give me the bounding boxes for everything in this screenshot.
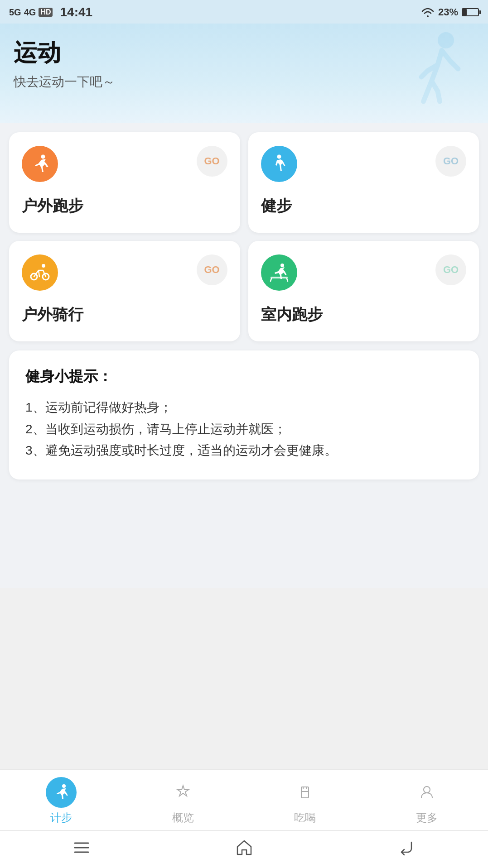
food-icon [296,783,314,801]
tab-items: 计步 概览 吃喝 [0,770,488,830]
running-icon [29,153,50,174]
activity-card-indoor-run[interactable]: GO 室内跑步 [248,241,479,341]
svg-point-1 [41,155,45,159]
nav-menu[interactable] [70,836,93,859]
activity-name-run: 户外跑步 [22,196,227,216]
svg-point-13 [424,786,430,793]
signal-hd: HD [39,8,53,17]
status-signal: 5G 4G HD 14:41 [9,5,92,19]
activity-card-cycling[interactable]: GO 户外骑行 [9,241,240,341]
cycling-icon-circle [22,254,58,291]
card-top-indoor: GO [261,254,467,291]
pedometer-icon-wrap [46,777,77,808]
overview-icon [174,783,192,801]
tab-food[interactable]: 吃喝 [278,777,332,825]
go-button-cycling[interactable]: GO [197,254,227,285]
tip-card: 健身小提示： 1、运动前记得做好热身； 2、当收到运动损伤，请马上停止运动并就医… [9,350,479,480]
nav-back[interactable] [396,836,418,859]
wifi-icon [421,7,435,17]
overview-icon-wrap [168,777,198,808]
walking-icon [269,153,290,174]
tip-line-3: 3、避免运动强度或时长过度，适当的运动才会更健康。 [25,440,463,461]
more-icon [418,783,436,801]
nav-bar [0,830,488,868]
svg-point-2 [277,155,281,159]
svg-point-10 [62,784,66,788]
walk-icon-circle [261,146,297,182]
nav-home[interactable] [233,836,256,859]
home-icon [235,839,253,857]
activity-name-indoor-run: 室内跑步 [261,304,467,325]
tip-body: 1、运动前记得做好热身； 2、当收到运动损伤，请马上停止运动并就医； 3、避免运… [25,397,463,461]
activity-card-outdoor-run[interactable]: GO 户外跑步 [9,132,240,233]
svg-point-3 [42,264,45,268]
activity-grid: GO 户外跑步 GO 健步 [9,132,479,341]
battery-percent: 23% [438,6,458,18]
tip-title: 健身小提示： [25,367,463,387]
svg-line-9 [287,278,288,281]
signal-5g: 5G [9,7,21,18]
go-button-indoor-run[interactable]: GO [435,254,466,285]
tab-pedometer[interactable]: 计步 [34,777,88,825]
svg-point-6 [280,264,284,267]
svg-point-0 [438,32,454,48]
activity-card-walking[interactable]: GO 健步 [248,132,479,233]
go-button-run[interactable]: GO [197,146,227,177]
card-top-walking: GO [261,146,467,182]
tab-more[interactable]: 更多 [400,777,454,825]
activity-name-cycling: 户外骑行 [22,304,227,325]
run-icon-circle [22,146,58,182]
status-time: 14:41 [60,5,92,19]
status-indicators: 23% [421,6,479,18]
tab-bar: 计步 概览 吃喝 [0,769,488,868]
svg-rect-7 [271,277,288,278]
svg-line-8 [271,278,271,281]
treadmill-icon [269,262,290,283]
status-bar: 5G 4G HD 14:41 23% [0,0,488,24]
tab-label-pedometer: 计步 [50,810,72,825]
food-icon-wrap [290,777,320,808]
card-top-cycling: GO [22,254,227,291]
more-icon-wrap [411,777,442,808]
tab-label-food: 吃喝 [294,810,316,825]
signal-4g: 4G [24,7,36,18]
treadmill-icon-circle [261,254,297,291]
header-bg-figure [393,28,474,110]
card-top-run: GO [22,146,227,182]
pedometer-icon [52,783,70,801]
activity-name-walking: 健步 [261,196,467,216]
tip-line-2: 2、当收到运动损伤，请马上停止运动并就医； [25,418,463,440]
header-area: 运动 快去运动一下吧～ [0,24,488,123]
tab-label-more: 更多 [416,810,438,825]
tip-line-1: 1、运动前记得做好热身； [25,397,463,418]
main-content: GO 户外跑步 GO 健步 [0,123,488,588]
tab-overview[interactable]: 概览 [156,777,210,825]
go-button-walking[interactable]: GO [435,146,466,177]
back-icon [398,839,416,857]
battery-icon [462,8,479,16]
svg-rect-11 [301,787,309,798]
menu-icon [72,841,91,854]
tab-label-overview: 概览 [172,810,194,825]
cycling-icon [29,262,50,283]
